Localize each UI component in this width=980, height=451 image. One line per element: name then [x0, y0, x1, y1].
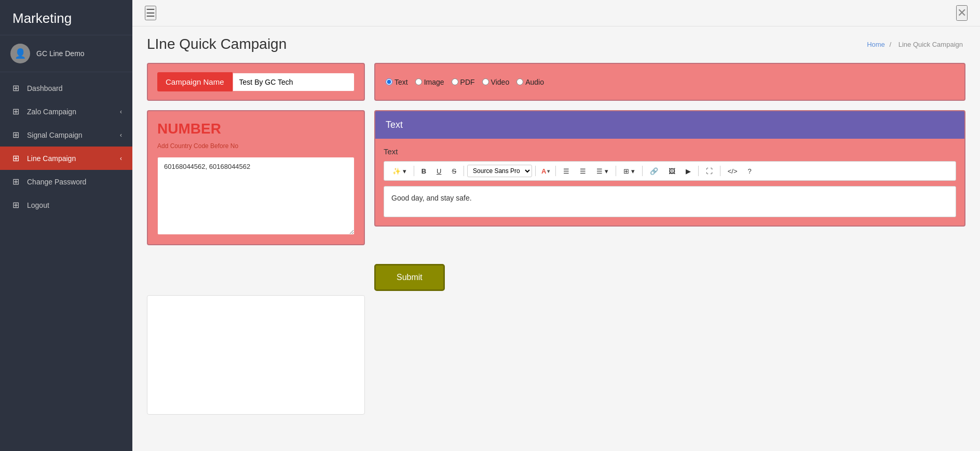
bold-button[interactable]: B — [417, 165, 430, 177]
row-main-editor: NUMBER Add Country Code Before No 601680… — [147, 110, 965, 245]
number-hint: Add Country Code Before No — [157, 142, 355, 150]
media-button[interactable]: ▶ — [682, 165, 695, 177]
image-button[interactable]: 🖼 — [664, 165, 679, 177]
sidebar-item-label: Line Campaign — [27, 154, 114, 163]
underline-button[interactable]: U — [432, 165, 445, 177]
type-image-radio[interactable]: Image — [415, 78, 444, 86]
type-pdf-radio[interactable]: PDF — [452, 78, 475, 86]
color-label: A — [541, 167, 546, 175]
fullscreen-button[interactable]: ⛶ — [702, 165, 717, 177]
type-audio-radio[interactable]: Audio — [516, 78, 544, 86]
chevron-icon: ‹ — [120, 155, 122, 162]
submit-btn-wrapper: Submit — [374, 264, 965, 291]
campaign-name-box: Campaign Name — [147, 63, 365, 101]
sidebar-item-dashboard[interactable]: ⊞ Dashboard — [0, 76, 132, 100]
sidebar-item-label: Signal Campaign — [27, 131, 114, 139]
username: GC Line Demo — [36, 49, 85, 58]
sidebar-item-line-campaign[interactable]: ⊞ Line Campaign ‹ — [0, 147, 132, 170]
editor-label: Text — [384, 147, 956, 156]
type-text-label: Text — [394, 78, 408, 86]
type-audio-label: Audio — [525, 78, 544, 86]
sidebar-item-zalo-campaign[interactable]: ⊞ Zalo Campaign ‹ — [0, 100, 132, 123]
toolbar-sep-2 — [464, 166, 464, 176]
unordered-list-button[interactable]: ☰ — [559, 165, 574, 177]
page-header: LIne Quick Campaign Home / Line Quick Ca… — [132, 26, 980, 58]
editor-toolbar: ✨ ▾ B U S Source Sans Pro Arial Georgia — [384, 161, 956, 181]
toolbar-sep-7 — [698, 166, 699, 176]
chevron-icon: ‹ — [120, 131, 122, 139]
type-pdf-label: PDF — [460, 78, 475, 86]
align-button[interactable]: ☰ ▾ — [592, 165, 612, 177]
link-button[interactable]: 🔗 — [646, 165, 662, 177]
content-area: Campaign Name Text Image PDF — [132, 58, 980, 260]
chevron-icon: ‹ — [120, 108, 122, 115]
avatar: 👤 — [10, 44, 30, 63]
breadcrumb: Home / Line Quick Campaign — [867, 41, 965, 48]
color-button[interactable]: A ▾ — [539, 165, 552, 177]
app-title: Marketing — [0, 0, 132, 35]
sidebar-item-logout[interactable]: ⊞ Logout — [0, 193, 132, 217]
code-button[interactable]: </> — [724, 165, 742, 177]
sidebar-item-label: Dashboard — [27, 84, 122, 92]
sidebar-user: 👤 GC Line Demo — [0, 35, 132, 72]
color-arrow-icon: ▾ — [547, 168, 550, 174]
type-image-label: Image — [424, 78, 444, 86]
type-text-radio[interactable]: Text — [386, 78, 408, 86]
toolbar-sep-8 — [720, 166, 720, 176]
strikethrough-button[interactable]: S — [447, 165, 460, 177]
sidebar: Marketing 👤 GC Line Demo ⊞ Dashboard ⊞ Z… — [0, 0, 132, 451]
number-title: NUMBER — [157, 121, 355, 137]
toolbar-sep-5 — [616, 166, 616, 176]
editor-panel: Text Text ✨ ▾ B U S Source Sans Pro Aria… — [374, 110, 965, 227]
main-content: ☰ ✕ LIne Quick Campaign Home / Line Quic… — [132, 0, 980, 451]
breadcrumb-separator: / — [889, 41, 891, 48]
breadcrumb-home[interactable]: Home — [867, 41, 885, 48]
ordered-list-button[interactable]: ☰ — [576, 165, 590, 177]
topbar: ☰ ✕ — [132, 0, 980, 26]
dashboard-icon: ⊞ — [10, 83, 21, 93]
campaign-name-label: Campaign Name — [157, 72, 233, 91]
password-icon: ⊞ — [10, 177, 21, 187]
sidebar-item-signal-campaign[interactable]: ⊞ Signal Campaign ‹ — [0, 123, 132, 147]
hamburger-button[interactable]: ☰ — [145, 6, 156, 20]
editor-body: Text ✨ ▾ B U S Source Sans Pro Arial Geo… — [375, 139, 964, 226]
number-panel: NUMBER Add Country Code Before No 601680… — [147, 110, 365, 245]
sidebar-item-change-password[interactable]: ⊞ Change Password — [0, 170, 132, 193]
submit-button[interactable]: Submit — [374, 264, 445, 291]
type-video-label: Video — [491, 78, 510, 86]
type-video-radio[interactable]: Video — [482, 78, 510, 86]
sidebar-nav: ⊞ Dashboard ⊞ Zalo Campaign ‹ ⊞ Signal C… — [0, 72, 132, 451]
zalo-icon: ⊞ — [10, 107, 21, 116]
help-button[interactable]: ? — [744, 165, 756, 177]
page-title: LIne Quick Campaign — [147, 36, 287, 52]
font-selector[interactable]: Source Sans Pro Arial Georgia — [467, 165, 532, 177]
editor-header: Text — [375, 111, 964, 139]
breadcrumb-current: Line Quick Campaign — [899, 41, 963, 48]
number-textarea[interactable]: 60168044562, 60168044562 — [157, 157, 355, 235]
toolbar-sep-6 — [642, 166, 643, 176]
row-campaign-info: Campaign Name Text Image PDF — [147, 63, 965, 101]
logout-icon: ⊞ — [10, 200, 21, 210]
magic-button[interactable]: ✨ ▾ — [388, 165, 411, 177]
sidebar-item-label: Zalo Campaign — [27, 108, 114, 116]
sidebar-item-label: Logout — [27, 201, 122, 209]
table-button[interactable]: ⊞ ▾ — [619, 165, 639, 177]
toolbar-sep-1 — [414, 166, 414, 176]
editor-content[interactable]: Good day, and stay safe. — [384, 186, 956, 217]
signal-icon: ⊞ — [10, 130, 21, 140]
lower-left-area — [147, 295, 365, 415]
toolbar-sep-3 — [535, 166, 536, 176]
close-button[interactable]: ✕ — [956, 5, 968, 21]
campaign-name-input[interactable] — [233, 73, 355, 91]
type-radio-group: Text Image PDF Video — [386, 78, 544, 86]
line-icon: ⊞ — [10, 153, 21, 163]
submit-area: Submit — [132, 260, 980, 295]
lower-row — [132, 295, 980, 424]
sidebar-item-label: Change Password — [27, 178, 122, 186]
type-selector-box: Text Image PDF Video — [374, 63, 965, 101]
toolbar-sep-4 — [555, 166, 556, 176]
submit-spacer — [147, 264, 365, 291]
